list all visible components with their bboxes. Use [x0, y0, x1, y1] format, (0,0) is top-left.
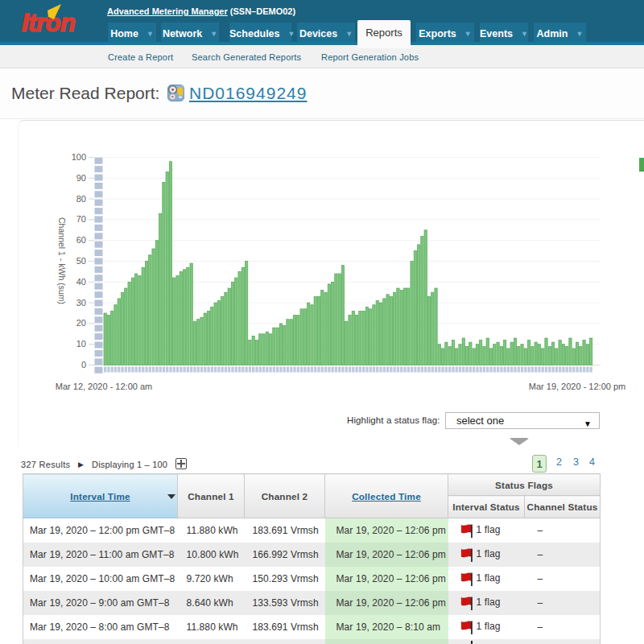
svg-text:50: 50 [76, 256, 86, 266]
svg-text:40: 40 [76, 277, 86, 287]
svg-text:20: 20 [76, 318, 86, 328]
svg-text:10: 10 [76, 339, 86, 349]
svg-text:90: 90 [76, 173, 86, 183]
svg-text:70: 70 [76, 214, 86, 224]
svg-text:60: 60 [76, 235, 86, 245]
svg-text:Mar 12, 2020 - 12:00 am: Mar 12, 2020 - 12:00 am [56, 382, 152, 391]
svg-text:80: 80 [76, 194, 86, 204]
svg-text:100: 100 [72, 152, 86, 162]
svg-text:0: 0 [81, 360, 86, 369]
svg-text:Mar 19, 2020 - 12:00 pm: Mar 19, 2020 - 12:00 pm [529, 382, 625, 391]
svg-text:30: 30 [76, 298, 86, 308]
svg-text:Channel 1 - kWh (sum): Channel 1 - kWh (sum) [57, 217, 67, 304]
